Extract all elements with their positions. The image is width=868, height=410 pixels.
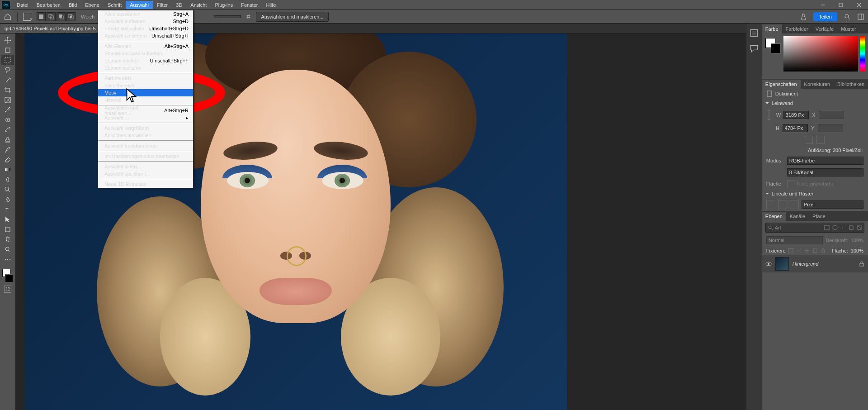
unit-select[interactable]: Pixel [802,200,863,209]
lock-brush-icon[interactable] [796,248,802,253]
menu-filter[interactable]: Filter [153,1,172,9]
menu-item[interactable]: Alle EbenenAlt+Strg+A [98,43,193,50]
layer-row-background[interactable]: Hintergrund [762,255,868,272]
menu-item[interactable]: Auswahl laden... [98,163,193,170]
window-maximize-button[interactable] [832,0,850,10]
selection-subtract-icon[interactable] [57,12,66,21]
tab-kanaele[interactable]: Kanäle [786,212,809,221]
menu-item[interactable]: Farbbereich... [98,75,193,82]
menu-item[interactable]: Auswahl speichern... [98,170,193,177]
selection-new-icon[interactable] [37,12,46,21]
tool-crop[interactable] [1,85,14,95]
menu-item[interactable]: Ebenenauswahl aufheben [98,50,193,57]
tab-pfade[interactable]: Pfade [809,212,829,221]
menu-item[interactable]: Motiv [98,89,193,96]
tool-more[interactable] [1,254,14,264]
tool-stamp[interactable] [1,135,14,144]
window-close-button[interactable] [850,0,868,10]
width-field[interactable] [214,15,241,18]
x-input[interactable] [819,111,844,119]
menu-item[interactable]: Ebenen suchenUmschalt+Strg+F [98,57,193,64]
tool-frame[interactable] [1,95,14,105]
width-input[interactable] [783,111,809,119]
tab-eigenschaften[interactable]: Eigenschaften [762,80,801,89]
tool-brush[interactable] [1,125,14,134]
tool-marquee[interactable] [1,55,14,65]
workspace-icon[interactable] [857,13,864,20]
landscape-orient-icon[interactable] [816,136,825,144]
tool-zoom[interactable] [1,244,14,254]
guides-icon[interactable] [790,200,799,209]
ruler-icon[interactable] [766,200,775,209]
menu-ansicht[interactable]: Ansicht [186,1,211,9]
height-input[interactable] [783,124,808,132]
menu-item[interactable]: Auswahl umkehrenUmschalt+Strg+I [98,32,193,39]
y-input[interactable] [818,124,843,132]
link-wh-icon[interactable] [766,110,772,120]
quickmask-toggle[interactable] [4,286,11,293]
tool-path-select[interactable] [1,215,14,224]
filter-adjust-icon[interactable] [832,225,838,230]
selection-shape-dropdown[interactable] [23,13,31,21]
filter-image-icon[interactable] [824,225,830,230]
menu-bild[interactable]: Bild [65,1,81,9]
fill-swatch[interactable] [787,180,794,187]
beaker-icon[interactable] [800,13,807,20]
mode-select[interactable]: RGB-Farbe [787,157,863,165]
lock-pixels-icon[interactable] [788,248,793,253]
menu-bearbeiten[interactable]: Bearbeiten [33,1,65,9]
color-picker-panel[interactable] [762,33,868,79]
visibility-eye-icon[interactable] [765,261,772,267]
menu-3d[interactable]: 3D [172,1,186,9]
menu-item[interactable]: Alles auswählenStrg+A [98,10,193,18]
home-icon[interactable] [4,13,12,21]
search-icon[interactable] [844,13,851,20]
lock-artboard-icon[interactable] [812,248,818,253]
menu-item[interactable]: Neue 3D-Extrusion [98,181,193,188]
tab-ebenen[interactable]: Ebenen [762,212,786,221]
grid-icon[interactable] [778,200,787,209]
menu-schrift[interactable]: Schrift [104,1,126,9]
filter-type-icon[interactable]: T [840,225,846,230]
window-minimize-button[interactable] [814,0,832,10]
tool-pen[interactable] [1,195,14,204]
menu-item[interactable]: Im Maskierungsmodus bearbeiten [98,153,193,160]
tool-hand[interactable] [1,234,14,244]
tab-korrekturen[interactable]: Korrekturen [801,80,834,89]
lock-all-icon[interactable] [821,248,826,253]
menu-item[interactable]: Ähnliches auswählen [98,132,193,139]
tab-verlaeufe[interactable]: Verläufe [812,24,837,33]
menu-item[interactable]: Auswahl vergrößern [98,124,193,132]
tool-dodge[interactable] [1,185,14,194]
menu-fenster[interactable]: Fenster [237,1,262,9]
tool-artboard[interactable] [1,45,14,55]
tool-wand[interactable] [1,75,14,85]
menu-auswahl[interactable]: Auswahl [126,1,153,9]
section-leinwand[interactable]: Leinwand [762,99,868,108]
menu-item[interactable]: Ebenen isolieren [98,64,193,72]
tool-type[interactable]: T [1,205,14,214]
menu-item[interactable]: Himmel [98,96,193,104]
menu-item[interactable]: Auswahl transformieren [98,142,193,149]
tab-muster[interactable]: Muster [837,24,860,33]
tool-history-brush[interactable] [1,145,14,154]
tab-farbe[interactable]: Farbe [762,24,782,33]
history-panel-icon[interactable] [749,28,759,38]
menu-item[interactable]: Erneut auswählenUmschalt+Strg+D [98,25,193,32]
filter-shape-icon[interactable] [849,225,854,230]
select-and-mask-button[interactable]: Auswählen und maskieren... [256,12,328,22]
tool-patch[interactable] [1,115,14,124]
tool-shape[interactable] [1,224,14,234]
bitdepth-select[interactable]: 8 Bit/Kanal [787,168,863,176]
share-button[interactable]: Teilen [813,12,837,21]
tool-gradient[interactable] [1,165,14,174]
document-tab[interactable]: girl-1846490 Pexels auf Pixabay.jpg bei … [0,24,100,33]
tool-move[interactable] [1,35,14,45]
filter-smart-icon[interactable] [857,225,862,230]
color-swatch-pair[interactable] [1,268,14,283]
menu-item[interactable]: Auswählen und maskieren...Alt+Strg+R [98,107,193,114]
menu-datei[interactable]: Datei [13,1,33,9]
tab-farbfelder[interactable]: Farbfelder [782,24,812,33]
selection-add-icon[interactable] [47,12,56,21]
menu-plugins[interactable]: Plug-ins [211,1,237,9]
